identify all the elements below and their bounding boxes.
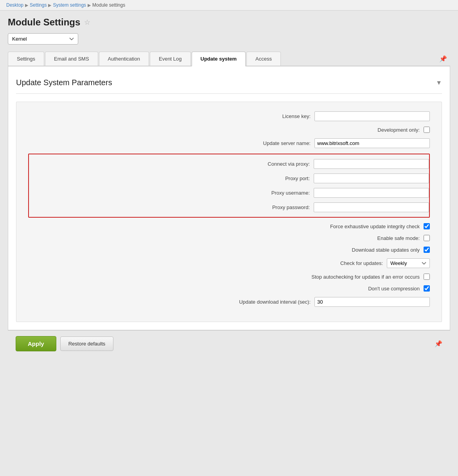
restore-defaults-button[interactable]: Restore defaults — [60, 336, 114, 351]
bottom-pin-icon: 📌 — [435, 340, 442, 347]
breadcrumb-system-settings[interactable]: System settings — [53, 2, 86, 8]
module-selector: Kernel Main Security — [8, 33, 450, 45]
tab-settings[interactable]: Settings — [8, 52, 44, 66]
no-compression-label: Don't use compression — [334, 286, 420, 292]
download-stable-row: Download stable updates only — [28, 247, 430, 253]
section-collapse-icon[interactable]: ▼ — [436, 79, 442, 86]
check-updates-select[interactable]: Daily Weekly Monthly — [387, 258, 430, 268]
connect-proxy-row: Connect via proxy: — [29, 159, 429, 169]
download-interval-label: Update download interval (sec): — [225, 299, 311, 305]
connect-proxy-input[interactable] — [314, 159, 429, 169]
tabs-bar: Settings Email and SMS Authentication Ev… — [8, 52, 450, 66]
form-container: License key: Development only: Update se… — [16, 102, 442, 322]
proxy-password-row: Proxy password: — [29, 202, 429, 212]
proxy-password-label: Proxy password: — [224, 204, 310, 210]
stop-autochecking-row: Stop autochecking for updates if an erro… — [28, 274, 430, 280]
tab-email-sms[interactable]: Email and SMS — [45, 52, 98, 66]
content-area: Update System Parameters ▼ License key: … — [8, 66, 450, 330]
section-title: Update System Parameters — [16, 78, 112, 87]
proxy-username-row: Proxy username: — [29, 188, 429, 198]
stop-autochecking-checkbox[interactable] — [424, 274, 430, 280]
proxy-section: Connect via proxy: Proxy port: Proxy use… — [28, 154, 430, 218]
breadcrumb-current: Module settings — [92, 2, 125, 8]
proxy-port-row: Proxy port: — [29, 174, 429, 183]
proxy-password-input[interactable] — [314, 202, 429, 212]
breadcrumb-settings[interactable]: Settings — [30, 2, 47, 8]
breadcrumb-desktop[interactable]: Desktop — [6, 2, 23, 8]
download-interval-row: Update download interval (sec): — [28, 297, 430, 307]
tab-access[interactable]: Access — [246, 52, 281, 66]
download-stable-label: Download stable updates only — [334, 247, 420, 253]
no-compression-checkbox[interactable] — [424, 285, 430, 292]
development-only-row: Development only: — [28, 127, 430, 133]
development-only-checkbox[interactable] — [424, 127, 430, 133]
proxy-port-input[interactable] — [314, 174, 429, 183]
proxy-port-label: Proxy port: — [224, 175, 310, 181]
apply-button[interactable]: Apply — [16, 336, 56, 351]
page-title: Module Settings — [8, 17, 80, 28]
section-header: Update System Parameters ▼ — [16, 74, 442, 94]
stop-autochecking-label: Stop autochecking for updates if an erro… — [311, 274, 420, 280]
connect-proxy-label: Connect via proxy: — [224, 161, 310, 167]
page-title-row: Module Settings ☆ — [8, 17, 450, 28]
tab-authentication[interactable]: Authentication — [99, 52, 149, 66]
breadcrumb-sep-1: ▶ — [25, 3, 28, 8]
bottom-bar: Apply Restore defaults 📌 — [8, 330, 450, 357]
safe-mode-row: Enable safe mode: — [28, 235, 430, 241]
update-server-input[interactable] — [314, 138, 430, 148]
proxy-username-input[interactable] — [314, 188, 429, 198]
check-updates-row: Check for updates: Daily Weekly Monthly — [28, 258, 430, 268]
update-server-row: Update server name: — [28, 138, 430, 148]
tab-event-log[interactable]: Event Log — [150, 52, 191, 66]
main-container: Module Settings ☆ Kernel Main Security S… — [0, 11, 458, 363]
update-server-label: Update server name: — [225, 140, 311, 146]
license-key-input[interactable] — [314, 111, 430, 121]
proxy-username-label: Proxy username: — [224, 190, 310, 196]
download-stable-checkbox[interactable] — [424, 247, 430, 253]
breadcrumb-sep-2: ▶ — [48, 3, 51, 8]
license-key-label: License key: — [225, 113, 311, 119]
force-update-row: Force exhaustive update integrity check — [28, 223, 430, 229]
force-update-checkbox[interactable] — [424, 223, 430, 229]
download-interval-input[interactable] — [314, 297, 430, 307]
tabs-pin-icon: 📌 — [439, 52, 450, 66]
breadcrumb-sep-3: ▶ — [88, 3, 91, 8]
module-select[interactable]: Kernel Main Security — [8, 33, 78, 45]
development-only-label: Development only: — [334, 127, 420, 133]
favorite-star-icon[interactable]: ☆ — [84, 18, 90, 27]
breadcrumb-bar: Desktop ▶ Settings ▶ System settings ▶ M… — [0, 0, 458, 11]
tab-update-system[interactable]: Update system — [192, 52, 246, 66]
no-compression-row: Don't use compression — [28, 285, 430, 292]
safe-mode-label: Enable safe mode: — [334, 235, 420, 241]
license-key-row: License key: — [28, 111, 430, 121]
check-updates-label: Check for updates: — [297, 260, 383, 266]
force-update-label: Force exhaustive update integrity check — [330, 224, 420, 229]
safe-mode-checkbox[interactable] — [424, 235, 430, 241]
